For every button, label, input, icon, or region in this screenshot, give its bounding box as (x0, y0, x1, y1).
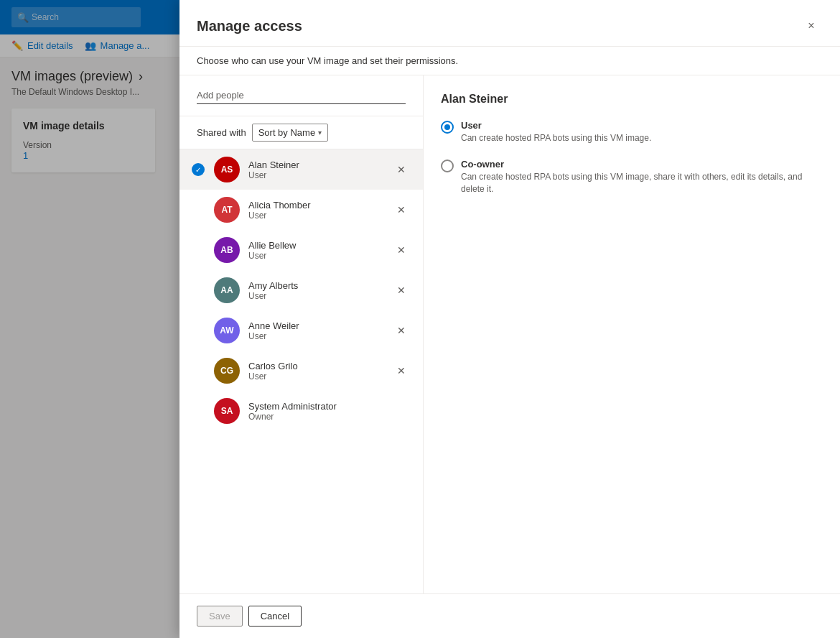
radio-inner (444, 124, 450, 130)
permission-name: Co-owner (461, 159, 823, 170)
modal-title: Manage access (197, 18, 302, 34)
person-role: Owner (248, 412, 411, 422)
permission-description: Can create hosted RPA bots using this VM… (461, 132, 651, 144)
add-people-section (179, 75, 423, 116)
list-item[interactable]: AB Allie Bellew User ✕ (179, 230, 423, 270)
avatar: AS (214, 157, 240, 182)
person-info: System Administrator Owner (248, 401, 411, 422)
sort-section: Shared with Sort by Name ▾ (179, 116, 423, 149)
permissions-list: User Can create hosted RPA bots using th… (441, 120, 823, 195)
selected-user-name: Alan Steiner (441, 93, 823, 106)
list-item[interactable]: AW Anne Weiler User ✕ (179, 310, 423, 351)
shared-with-label: Shared with (197, 127, 246, 138)
person-info: Alicia Thomber User (248, 200, 383, 221)
person-name: System Administrator (248, 401, 411, 412)
people-list: ✓AS Alan Steiner User ✕AT Alicia Thomber… (179, 149, 423, 593)
modal-subtitle: Choose who can use your VM image and set… (179, 47, 840, 75)
person-info: Anne Weiler User (248, 320, 383, 341)
radio-co-owner[interactable] (441, 160, 454, 172)
avatar: AB (214, 237, 240, 263)
permission-text: Co-owner Can create hosted RPA bots usin… (461, 159, 823, 195)
list-item[interactable]: AA Amy Alberts User ✕ (179, 270, 423, 310)
person-name: Carlos Grilo (248, 361, 383, 371)
remove-person-button[interactable]: ✕ (391, 361, 411, 381)
add-people-input[interactable] (197, 87, 406, 104)
manage-access-modal: Manage access × Choose who can use your … (179, 0, 840, 638)
right-panel: Alan Steiner User Can create hosted RPA … (424, 75, 840, 593)
person-name: Anne Weiler (248, 320, 383, 331)
sort-dropdown[interactable]: Sort by Name ▾ (252, 124, 328, 142)
chevron-down-icon: ▾ (318, 129, 322, 137)
person-name: Allie Bellew (248, 240, 383, 251)
avatar: AA (214, 277, 240, 303)
remove-person-button[interactable]: ✕ (391, 280, 411, 300)
sort-dropdown-label: Sort by Name (258, 127, 315, 138)
person-role: User (248, 170, 383, 180)
person-role: User (248, 251, 383, 261)
check-icon: ✓ (192, 163, 205, 176)
person-info: Allie Bellew User (248, 240, 383, 261)
permission-name: User (461, 120, 651, 131)
person-info: Carlos Grilo User (248, 361, 383, 382)
radio-user[interactable] (441, 121, 454, 134)
person-info: Amy Alberts User (248, 280, 383, 301)
person-name: Amy Alberts (248, 280, 383, 291)
permission-description: Can create hosted RPA bots using this VM… (461, 171, 823, 195)
person-role: User (248, 211, 383, 221)
permission-option[interactable]: Co-owner Can create hosted RPA bots usin… (441, 159, 823, 195)
modal-footer: Save Cancel (179, 593, 840, 638)
modal-header: Manage access × (179, 0, 840, 47)
remove-person-button[interactable]: ✕ (391, 320, 411, 341)
left-panel: Shared with Sort by Name ▾ ✓AS Alan Stei… (179, 75, 424, 593)
close-button[interactable]: × (800, 14, 823, 37)
modal-body: Shared with Sort by Name ▾ ✓AS Alan Stei… (179, 75, 840, 593)
cancel-button[interactable]: Cancel (248, 606, 302, 627)
permission-text: User Can create hosted RPA bots using th… (461, 120, 651, 144)
permission-option[interactable]: User Can create hosted RPA bots using th… (441, 120, 823, 144)
remove-person-button[interactable]: ✕ (391, 240, 411, 260)
list-item[interactable]: AT Alicia Thomber User ✕ (179, 190, 423, 230)
remove-person-button[interactable]: ✕ (391, 200, 411, 220)
person-info: Alan Steiner User (248, 160, 383, 180)
list-item[interactable]: CG Carlos Grilo User ✕ (179, 351, 423, 391)
avatar: CG (214, 358, 240, 384)
avatar: AT (214, 197, 240, 223)
person-role: User (248, 331, 383, 341)
avatar: AW (214, 318, 240, 343)
person-check: ✓ (191, 163, 205, 176)
person-role: User (248, 291, 383, 301)
person-name: Alicia Thomber (248, 200, 383, 211)
list-item[interactable]: SA System Administrator Owner (179, 391, 423, 431)
save-button[interactable]: Save (197, 606, 243, 627)
list-item[interactable]: ✓AS Alan Steiner User ✕ (179, 149, 423, 190)
person-name: Alan Steiner (248, 160, 383, 170)
avatar: SA (214, 398, 240, 424)
person-role: User (248, 371, 383, 382)
remove-person-button[interactable]: ✕ (391, 160, 411, 180)
